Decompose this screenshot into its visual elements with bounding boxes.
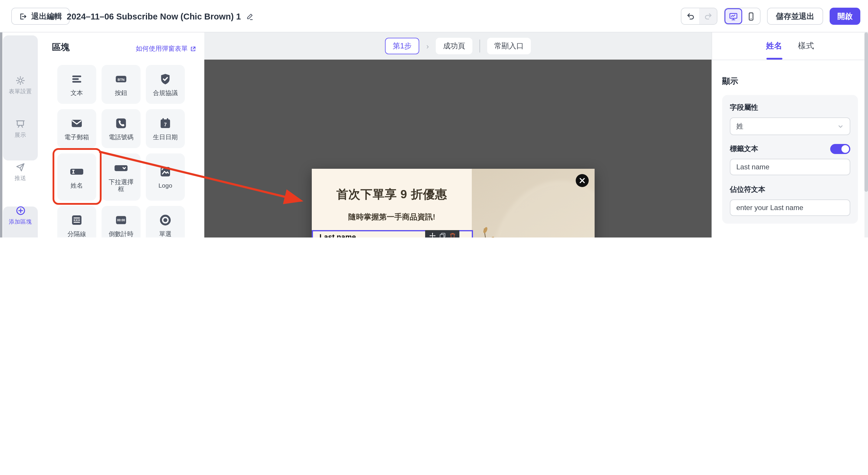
exit-edit-button[interactable]: 退出編輯 (11, 8, 70, 25)
tab-teaser-entry[interactable]: 常顯入口 (487, 38, 531, 54)
text-lines-icon (70, 73, 83, 86)
popup-close-button[interactable] (576, 174, 589, 187)
tab-style[interactable]: 樣式 (798, 32, 814, 60)
label-text-label: 標籤文本 (730, 144, 758, 154)
blocks-panel-title: 區塊 (52, 42, 70, 53)
mobile-preview-button[interactable] (742, 8, 760, 24)
tab-field-name[interactable]: 姓名 (766, 32, 782, 60)
move-icon[interactable] (429, 233, 435, 238)
inspector-scrollbar-thumb[interactable] (864, 32, 868, 192)
calendar-7-icon: 7 (159, 117, 172, 130)
help-link-label: 如何使用彈窗表單 (136, 44, 188, 53)
tabs-divider (479, 39, 480, 53)
block-tile-button[interactable]: BTN 按鈕 (101, 65, 141, 104)
btn-badge-icon: BTN (115, 73, 128, 86)
undo-button[interactable] (681, 8, 699, 24)
blocks-panel: 區塊 如何使用彈窗表單 文本 BTN (40, 32, 204, 238)
canvas-area: 第1步 › 成功頁 常顯入口 首次下單享 9 折優惠 隨時掌握第一手商品資訊! (204, 32, 712, 238)
sidebar-item-label: 展示 (14, 132, 26, 139)
block-tile-radio[interactable]: 單選 (146, 206, 185, 238)
app-window: 退出編輯 2024–11–06 Subscribe Now (Chic Brow… (0, 0, 868, 238)
open-label: 開啟 (837, 11, 852, 22)
countdown-timer-icon: 00:00 (115, 214, 128, 227)
sidebar-item-form-settings[interactable]: 表單設置 (3, 75, 38, 96)
duplicate-icon[interactable] (439, 233, 445, 238)
edit-pencil-icon[interactable] (246, 12, 254, 20)
shield-check-icon (159, 73, 172, 86)
chevron-down-icon (837, 123, 844, 130)
label-text-input[interactable] (730, 159, 850, 175)
left-scrollbar[interactable] (0, 32, 2, 238)
popup-heading[interactable]: 首次下單享 9 折優惠 (312, 186, 472, 202)
inspector-scrollbar-track[interactable] (864, 32, 868, 238)
popup-subheading[interactable]: 隨時掌握第一手商品資訊! (312, 212, 472, 223)
undo-redo-group (681, 8, 717, 25)
exit-edit-label: 退出編輯 (31, 11, 62, 22)
display-settings-card: 字段屬性 姓 標籤文本 佔位符文本 (722, 95, 858, 224)
inspector-body: 顯示 字段屬性 姓 標籤文本 佔位符文本 必填設置 (712, 60, 868, 238)
block-tile-logo[interactable]: Logo (146, 154, 185, 201)
help-link[interactable]: 如何使用彈窗表單 (136, 44, 196, 53)
step-tabs-bar: 第1步 › 成功頁 常顯入口 (204, 32, 712, 60)
placeholder-text-input[interactable] (730, 199, 850, 216)
plus-circle-icon (15, 205, 26, 216)
block-toolbar (425, 230, 459, 238)
device-preview-group (724, 8, 761, 25)
top-bar: 退出編輯 2024–11–06 Subscribe Now (Chic Brow… (0, 0, 868, 32)
radio-circle-icon (159, 214, 172, 227)
svg-text:7: 7 (164, 122, 166, 127)
document-title: 2024–11–06 Subscribe Now (Chic Brown) 1 (67, 0, 254, 32)
block-tile-countdown[interactable]: 00:00 倒數計時 (101, 206, 141, 238)
block-tile-name[interactable]: 姓名 (57, 154, 96, 201)
svg-text:00:00: 00:00 (117, 218, 125, 222)
save-exit-button[interactable]: 儲存並退出 (767, 8, 823, 25)
sidebar-item-label: 推送 (14, 175, 26, 182)
canvas-backdrop: 首次下單享 9 折優惠 隨時掌握第一手商品資訊! (204, 60, 712, 238)
block-tile-compliance[interactable]: 合規協議 (146, 65, 185, 104)
display-section-title: 顯示 (722, 76, 858, 87)
chevron-right-icon: › (426, 42, 429, 50)
field-attribute-label: 字段屬性 (730, 103, 850, 113)
inspector-panel: 姓名 樣式 顯示 字段屬性 姓 標籤文本 (712, 32, 868, 238)
presentation-icon (16, 119, 25, 129)
svg-text:BTN: BTN (118, 78, 125, 81)
tab-step1[interactable]: 第1步 (385, 38, 419, 54)
block-tile-dropdown[interactable]: 下拉選擇框 (101, 154, 141, 201)
open-button[interactable]: 開啟 (830, 8, 860, 25)
phone-icon (115, 117, 128, 130)
gear-icon (16, 75, 25, 86)
block-tile-birthday[interactable]: 7 生日日期 (146, 109, 185, 148)
label-text-toggle[interactable] (830, 144, 850, 154)
name-input-cursor-icon (69, 165, 85, 178)
divider-lines-icon (70, 214, 83, 227)
desktop-preview-button[interactable] (724, 8, 742, 24)
left-rail: 表單設置 展示 推送 添 (0, 32, 40, 238)
save-exit-label: 儲存並退出 (776, 11, 814, 22)
block-tile-phone[interactable]: 電話號碼 (101, 109, 141, 148)
field-attribute-select[interactable]: 姓 (730, 117, 850, 135)
sidebar-item-push[interactable]: 推送 (3, 162, 38, 182)
sidebar-item-label: 添加區塊 (9, 218, 32, 226)
block-tile-divider[interactable]: 分隔線 (57, 206, 96, 238)
popup-form-pane: 首次下單享 9 折優惠 隨時掌握第一手商品資訊! (312, 169, 472, 238)
close-icon (579, 178, 585, 183)
sidebar-item-label: 表單設置 (9, 88, 32, 96)
popup-preview: 首次下單享 9 折優惠 隨時掌握第一手商品資訊! (312, 169, 595, 238)
sidebar-item-add-block[interactable]: 添加區塊 (3, 205, 38, 226)
tab-success-page[interactable]: 成功頁 (436, 38, 472, 54)
document-title-text: 2024–11–06 Subscribe Now (Chic Brown) 1 (67, 11, 241, 21)
placeholder-text-label: 佔位符文本 (730, 185, 850, 195)
send-icon (16, 162, 25, 172)
topbar-actions: 儲存並退出 開啟 (681, 8, 860, 25)
field-attribute-value: 姓 (736, 121, 743, 131)
rail-panel-top (3, 35, 38, 161)
trash-icon[interactable] (449, 233, 456, 238)
redo-button[interactable] (699, 8, 717, 24)
dropdown-select-icon (113, 162, 129, 175)
block-tile-email[interactable]: 電子郵箱 (57, 109, 96, 148)
sidebar-item-display[interactable]: 展示 (3, 119, 38, 139)
inspector-tabs: 姓名 樣式 (712, 32, 868, 60)
blocks-grid: 文本 BTN 按鈕 合規協議 (57, 65, 185, 238)
exit-icon (19, 12, 27, 20)
block-tile-text[interactable]: 文本 (57, 65, 96, 104)
